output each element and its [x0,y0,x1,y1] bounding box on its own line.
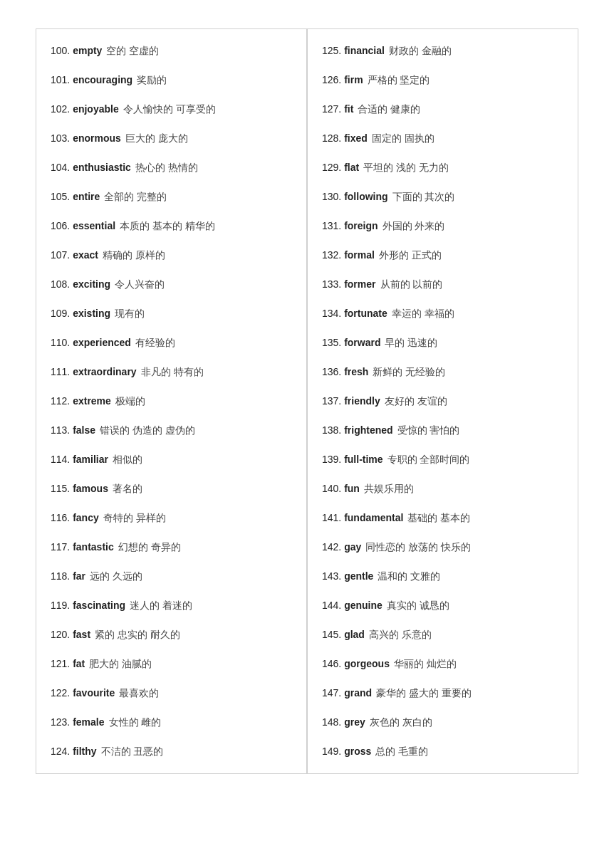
list-item: 143. gentle温和的 文雅的 [322,562,563,591]
list-item: 133. former从前的 以前的 [322,270,563,299]
word-chinese: 相似的 [113,454,142,465]
list-item: 107. exact精确的 原样的 [51,241,292,270]
word-number: 149. [322,746,341,757]
word-chinese: 新鲜的 无经验的 [373,366,445,377]
list-item: 126. firm严格的 坚定的 [322,66,563,95]
word-english: extreme [73,395,111,407]
word-number: 144. [322,600,341,611]
word-english: exciting [73,278,110,290]
list-item: 102. enjoyable令人愉快的 可享受的 [51,95,292,124]
word-english: gross [344,746,371,757]
word-chinese: 著名的 [113,483,142,494]
word-number: 119. [51,600,70,611]
word-english: fun [344,483,360,494]
word-english: fancy [73,512,99,523]
columns-layout: 100. empty空的 空虚的101. encouraging奖励的102. … [36,28,578,774]
word-chinese: 奇特的 异样的 [103,512,166,523]
word-chinese: 不洁的 丑恶的 [101,746,164,757]
word-chinese: 专职的 全部时间的 [387,454,470,465]
word-english: far [73,570,85,582]
word-chinese: 令人愉快的 可享受的 [123,103,216,115]
word-chinese: 平坦的 浅的 无力的 [363,162,449,173]
word-number: 117. [51,541,70,553]
list-item: 131. foreign外国的 外来的 [322,211,563,241]
list-item: 149. gross总的 毛重的 [322,737,563,766]
list-item: 108. exciting令人兴奋的 [51,270,292,299]
word-english: gorgeous [344,658,390,669]
word-chinese: 幻想的 奇异的 [118,541,181,553]
list-item: 124. filthy不洁的 丑恶的 [51,737,292,766]
word-english: fortunate [344,308,387,319]
word-english: female [73,716,104,728]
word-chinese: 外国的 外来的 [383,220,445,231]
word-english: exact [73,249,98,261]
word-chinese: 精确的 原样的 [103,249,165,261]
word-number: 142. [322,541,341,553]
word-chinese: 极端的 [115,395,145,407]
word-chinese: 肥大的 油腻的 [89,658,152,669]
word-number: 106. [51,220,70,231]
list-item: 100. empty空的 空虚的 [51,36,292,66]
word-number: 137. [322,395,341,407]
word-chinese: 热心的 热情的 [135,162,198,173]
list-item: 116. fancy奇特的 异样的 [51,503,292,533]
word-english: genuine [344,600,383,611]
word-chinese: 现有的 [115,308,145,319]
word-chinese: 同性恋的 放荡的 快乐的 [365,541,471,553]
word-english: enjoyable [73,103,119,115]
word-english: experienced [73,337,131,348]
word-number: 107. [51,249,70,261]
word-english: friendly [344,395,380,407]
list-item: 144. genuine真实的 诚恳的 [322,591,563,620]
word-chinese: 女性的 雌的 [109,716,162,728]
word-chinese: 巨大的 庞大的 [125,132,188,144]
word-number: 100. [51,45,70,56]
word-english: fit [344,103,353,115]
list-item: 103. enormous巨大的 庞大的 [51,124,292,153]
word-number: 101. [51,74,70,85]
word-chinese: 受惊的 害怕的 [397,424,460,436]
word-number: 140. [322,483,341,494]
list-item: 137. friendly友好的 友谊的 [322,387,563,416]
word-english: foreign [344,220,378,231]
list-item: 130. following下面的 其次的 [322,182,563,211]
word-chinese: 非凡的 特有的 [141,366,204,377]
word-english: existing [73,308,110,319]
word-english: frightened [344,424,392,436]
word-chinese: 迷人的 着迷的 [130,600,192,611]
word-chinese: 外形的 正式的 [379,249,442,261]
list-item: 134. fortunate幸运的 幸福的 [322,299,563,328]
list-item: 109. existing现有的 [51,299,292,328]
list-item: 122. favourite最喜欢的 [51,679,292,708]
word-chinese: 合适的 健康的 [358,103,420,115]
word-number: 104. [51,162,70,173]
list-item: 123. female女性的 雌的 [51,708,292,737]
word-number: 126. [322,74,341,85]
word-english: empty [73,45,102,56]
word-chinese: 远的 久远的 [90,570,142,582]
word-chinese: 幸运的 幸福的 [392,308,454,319]
word-english: essential [73,220,115,231]
page-container: 100. empty空的 空虚的101. encouraging奖励的102. … [0,0,614,802]
list-item: 140. fun共娱乐用的 [322,474,563,503]
list-item: 145. glad高兴的 乐意的 [322,620,563,649]
word-chinese: 错误的 伪造的 虚伪的 [100,424,195,436]
word-number: 148. [322,716,341,728]
word-chinese: 下面的 其次的 [392,191,455,202]
list-item: 139. full-time专职的 全部时间的 [322,445,563,474]
list-item: 121. fat肥大的 油腻的 [51,649,292,679]
word-chinese: 严格的 坚定的 [368,74,430,85]
word-number: 128. [322,132,341,144]
list-item: 117. fantastic幻想的 奇异的 [51,533,292,562]
list-item: 129. flat平坦的 浅的 无力的 [322,153,563,182]
list-item: 119. fascinating迷人的 着迷的 [51,591,292,620]
word-chinese: 高兴的 乐意的 [369,629,432,640]
word-chinese: 紧的 忠实的 耐久的 [95,629,180,640]
word-english: fundamental [344,512,403,523]
word-number: 127. [322,103,341,115]
word-number: 138. [322,424,341,436]
word-number: 134. [322,308,341,319]
word-chinese: 共娱乐用的 [364,483,414,494]
word-english: grand [344,687,372,699]
word-english: financial [344,45,385,56]
